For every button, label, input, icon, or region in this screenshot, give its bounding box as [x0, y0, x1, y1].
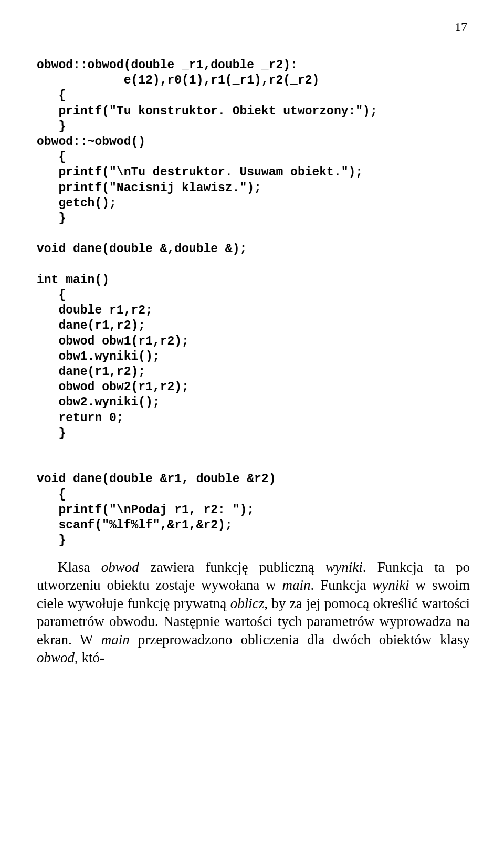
italic-text: main — [101, 632, 130, 648]
page-number: 17 — [455, 20, 467, 34]
text: Klasa — [58, 559, 101, 575]
italic-text: obwod — [101, 559, 139, 575]
code-block: obwod::obwod(double _r1,double _r2): e(1… — [37, 58, 470, 549]
italic-text: wy­niki — [372, 577, 409, 593]
text: , któ- — [75, 650, 104, 665]
italic-text: main — [282, 577, 311, 593]
text: . Funkcja — [311, 577, 373, 593]
body-paragraph: Klasa obwod zawiera funkcję publiczną wy… — [37, 558, 470, 667]
italic-text: obwod — [37, 650, 75, 665]
italic-text: wyniki — [326, 559, 362, 575]
italic-text: oblicz — [230, 596, 265, 611]
text: prze­prowadzono obliczenia dla dwóch obi… — [130, 632, 470, 648]
text: zawiera funkcję publiczną — [139, 559, 326, 575]
page: 17 obwod::obwod(double _r1,double _r2): … — [0, 0, 504, 688]
